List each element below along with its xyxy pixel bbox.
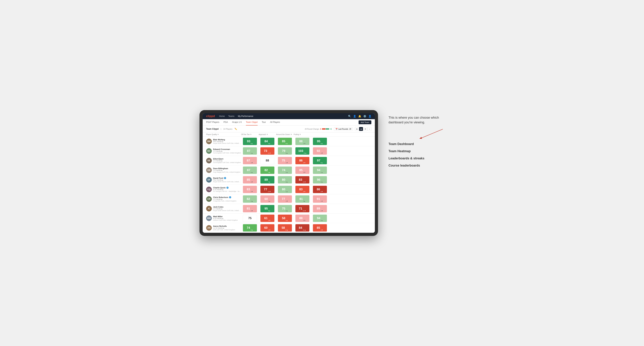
score-value: 75 <box>282 159 285 162</box>
last-rounds-button[interactable]: 📅 Last Rounds: 20 <box>334 127 353 131</box>
avatar: JC <box>206 206 212 211</box>
score-value: 85 <box>299 169 302 172</box>
score-value: 89 <box>317 207 320 210</box>
col-header-putting: Putting ⇅ <box>294 134 311 135</box>
player-club: Sunningdale Golf Club, United Kingdom <box>213 152 241 154</box>
score-box: 943▲ <box>313 215 327 222</box>
search-icon[interactable]: 🔍 <box>348 115 351 118</box>
score-box: 871▲ <box>243 147 257 155</box>
score-box: 92-3▼ <box>313 147 327 155</box>
score-change: -3▲ <box>250 200 253 202</box>
bell-icon[interactable]: 🔔 <box>358 115 361 118</box>
user-icon[interactable]: 👤 <box>353 115 356 118</box>
edit-icon[interactable]: ✏️ <box>234 128 237 130</box>
score-box: 84-21▲ <box>296 224 310 231</box>
annotation-arrow <box>418 128 444 139</box>
score-box: 83-10▼ <box>296 176 310 183</box>
player-handicap: 1-5 Handicap <box>213 170 240 171</box>
subnav-pgat-players[interactable]: PGAT Players <box>206 119 219 126</box>
player-info: CRChris Robertson✓1-5 HandicapCraigmilla… <box>206 196 241 202</box>
score-value: 92 <box>317 149 320 153</box>
score-cell-0: 75 <box>241 214 259 222</box>
table-row[interactable]: ECEdward Crossman1-5 HandicapSunningdale… <box>203 146 375 156</box>
score-cell-0: 87-3▼ <box>241 157 259 165</box>
add-team-button[interactable]: Add Team <box>358 120 371 124</box>
score-change: -3▼ <box>250 210 253 212</box>
player-club: Craigmillar Park, United Kingdom <box>213 200 236 202</box>
score-box: 85-3▼ <box>243 176 257 183</box>
score-cell-0: 74-8▲ <box>241 224 259 232</box>
subnav-team-clippd[interactable]: Team Clippd <box>246 119 258 126</box>
player-handicap: 1-5 Handicap <box>213 198 236 200</box>
table-row[interactable]: MMMatt Miller6-10 HandicapWoburn Golf Cl… <box>203 213 375 223</box>
player-name: Dave Billingham <box>213 168 240 170</box>
score-value: 88 <box>299 140 302 143</box>
subnav-all-players[interactable]: All Players <box>270 119 280 126</box>
table-row[interactable]: JCJosh Coles1-5 HandicapRoyal North Devo… <box>203 204 375 213</box>
table-row[interactable]: DFDavid Ford✓Plus HandicapRoyal North De… <box>203 175 375 185</box>
score-cell-1: 846▲ <box>259 137 276 145</box>
score-value: 85 <box>282 140 285 143</box>
subnav-tour[interactable]: Tour <box>262 119 266 126</box>
avatar-icon[interactable]: 👤 <box>368 115 371 118</box>
avatar: EC <box>206 148 212 154</box>
table-row[interactable]: BMBlair McHargPlus HandicapRoyal North D… <box>203 137 375 146</box>
score-value: 95 <box>264 207 268 210</box>
score-box: 77-14▼ <box>260 186 274 193</box>
table-row[interactable]: CRChris Robertson✓1-5 HandicapCraigmilla… <box>203 194 375 204</box>
score-value: 81 <box>247 207 250 210</box>
score-cell-3: 814▲ <box>294 195 311 203</box>
top-nav: clippd Home Teams My Performance 🔍 👤 🔔 ⚙… <box>203 113 375 119</box>
player-name: Matt Miller <box>213 215 238 218</box>
score-value: 84 <box>264 140 268 143</box>
player-details: Charlie Quick✓6-10 HandicapSt. George's … <box>213 187 241 192</box>
nav-link-home[interactable]: Home <box>219 115 225 117</box>
nav-link-my-performance[interactable]: My Performance <box>238 115 253 117</box>
score-value: 81 <box>300 197 303 201</box>
settings-icon[interactable]: ⚙️ <box>363 115 366 118</box>
score-change: 3▲ <box>320 220 323 221</box>
player-details: David Ford✓Plus HandicapRoyal North Devo… <box>213 177 241 183</box>
score-value: 82 <box>264 169 268 172</box>
table-view-icon[interactable]: ▤ <box>359 127 363 131</box>
score-change: 9▲ <box>250 143 253 144</box>
table-row[interactable]: CQCharlie Quick✓6-10 HandicapSt. George'… <box>203 185 375 194</box>
annotation-panel: This is where you can choose which dashb… <box>388 110 444 169</box>
grid-view-icon[interactable]: ⊞ <box>355 127 359 131</box>
score-value: 87 <box>247 169 250 172</box>
subnav-pga[interactable]: PGA <box>224 119 228 126</box>
score-change: -21▲ <box>302 229 306 231</box>
score-change: -3▼ <box>250 162 253 164</box>
score-box: 88-2▼ <box>296 215 310 222</box>
table-row[interactable]: DBDave Billingham1-5 HandicapGog Magog G… <box>203 166 375 175</box>
last-rounds-label: Last Rounds: <box>338 128 348 130</box>
sort-icon[interactable]: ↕ <box>368 127 371 131</box>
table-row[interactable]: EEElliot Ebert1-5 HandicapSunningdale Go… <box>203 156 375 166</box>
player-details: Aaron Nicholls11-15 HandicapDrift Golf C… <box>213 225 235 231</box>
score-cell-2: 741▲ <box>276 166 294 174</box>
round-change-label: 20 Round Change -5 +5 <box>305 128 332 130</box>
logo: clippd <box>206 115 215 118</box>
score-cell-1: 602▲ <box>259 195 276 203</box>
score-box: 86-6▼ <box>296 157 310 164</box>
table-row[interactable]: ANAaron Nicholls11-15 HandicapDrift Golf… <box>203 223 375 233</box>
score-value: 91 <box>317 197 320 201</box>
score-box: 91-3▼ <box>313 195 327 203</box>
verified-badge: ✓ <box>226 187 228 189</box>
score-box: 602▲ <box>260 195 274 203</box>
nav-link-teams[interactable]: Teams <box>228 115 234 117</box>
subnav-hcaps[interactable]: Hcaps 1-5 <box>232 119 242 126</box>
score-change: 4▲ <box>303 200 305 202</box>
avatar: CR <box>206 196 212 202</box>
score-value: 58 <box>282 216 285 220</box>
score-box: 846▲ <box>260 138 274 145</box>
player-club: Drift Golf Club, United Kingdom <box>213 229 235 231</box>
score-value: 94 <box>317 216 320 220</box>
player-info: DFDavid Ford✓Plus HandicapRoyal North De… <box>206 177 241 183</box>
score-value: 61 <box>264 216 268 220</box>
score-cell-3: 88-1▼ <box>294 137 311 145</box>
list-view-icon[interactable]: ☰ <box>363 127 367 131</box>
player-name: Elliot Ebert <box>213 158 241 160</box>
score-change: -6▼ <box>303 162 306 164</box>
score-cell-3: 83-10▼ <box>294 176 311 184</box>
